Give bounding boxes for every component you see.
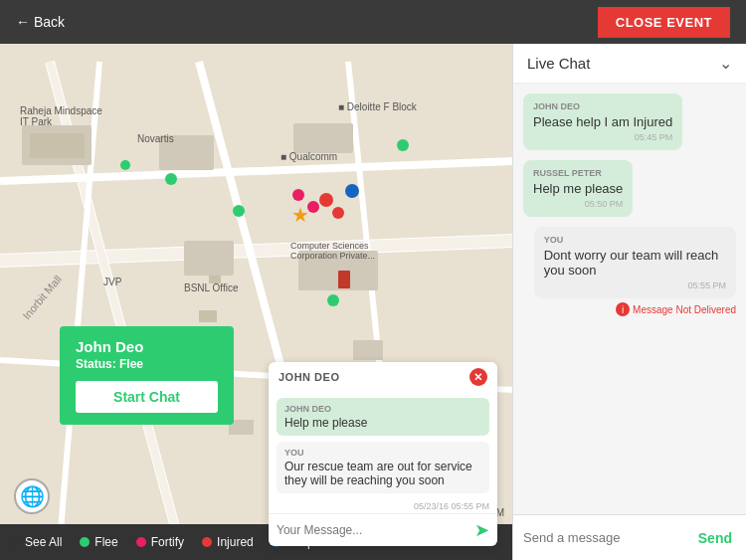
dot-pink-1 [292, 189, 304, 201]
dot-green-2 [165, 173, 177, 185]
popup-name: John Deo [76, 338, 218, 355]
not-delivered-label: i Message Not Delivered [523, 302, 736, 316]
dot-green-1 [397, 139, 409, 151]
legend-dot-flee [80, 537, 90, 547]
mini-send-icon[interactable]: ➤ [474, 519, 489, 541]
back-arrow-icon: ← [16, 14, 30, 30]
send-button[interactable]: Send [694, 530, 736, 546]
chat-text-1: Please help I am Injured [533, 114, 672, 129]
legend-label-fortify: Fortify [151, 535, 184, 549]
right-panel: Live Chat ⌄ JOHN DEO Please help I am In… [512, 44, 746, 560]
legend-flee[interactable]: Flee [80, 535, 117, 549]
globe-icon[interactable]: 🌐 [14, 478, 50, 514]
mini-text-1: Help me please [284, 416, 481, 430]
svg-rect-13 [293, 123, 353, 153]
live-chat-title: Live Chat [527, 55, 590, 72]
dot-green-4 [327, 294, 339, 306]
legend-label-see-all: See All [25, 535, 62, 549]
legend-dot-injured [202, 537, 212, 547]
mini-chat-title: JOHN DEO [279, 371, 339, 383]
svg-rect-16 [184, 241, 234, 276]
chat-sender-2: RUSSEL PETER [533, 168, 623, 178]
chat-time-1: 05:45 PM [533, 132, 672, 142]
legend-label-injured: Injured [217, 535, 254, 549]
svg-rect-17 [209, 276, 221, 283]
start-chat-button[interactable]: Start Chat [76, 381, 218, 413]
mini-input-row: ➤ [269, 513, 497, 546]
close-event-button[interactable]: CLOSE EVENT [598, 7, 730, 38]
send-message-input[interactable] [523, 530, 694, 545]
chat-message-1: JOHN DEO Please help I am Injured 05:45 … [523, 93, 682, 150]
not-delivered-text: Message Not Delivered [633, 304, 736, 315]
svg-rect-11 [30, 133, 85, 158]
mini-message-time: 05/23/16 05:55 PM [269, 501, 497, 513]
live-chat-header: Live Chat ⌄ [513, 44, 746, 84]
chat-messages: JOHN DEO Please help I am Injured 05:45 … [513, 84, 746, 514]
chat-text-2: Help me please [533, 181, 623, 196]
svg-rect-12 [159, 135, 214, 170]
main-content: Inorbit Mall Raheja MindspaceIT Park Nov… [0, 44, 746, 560]
chat-time-2: 05:50 PM [533, 199, 623, 209]
mini-chat-messages: JOHN DEO Help me please YOU Our rescue t… [269, 392, 497, 501]
legend-label-flee: Flee [94, 535, 117, 549]
chat-message-3: YOU Dont worry our team will reach you s… [534, 227, 736, 298]
chat-message-2: RUSSEL PETER Help me please 05:50 PM [523, 160, 633, 217]
legend-injured[interactable]: Injured [202, 535, 254, 549]
popup-status: Status: Flee [76, 357, 218, 371]
dot-green-3 [233, 205, 245, 217]
dot-green-5 [120, 160, 130, 170]
send-bar: Send [513, 514, 746, 560]
svg-rect-20 [353, 340, 383, 360]
not-delivered-icon: i [616, 302, 630, 316]
svg-rect-18 [199, 310, 217, 322]
legend-dot-fortify [136, 537, 146, 547]
dot-red-2 [332, 207, 344, 219]
popup-card: John Deo Status: Flee Start Chat [60, 326, 234, 425]
chat-sender-3: YOU [544, 235, 726, 245]
mini-chat-header: JOHN DEO ✕ [269, 362, 497, 392]
mini-chat-popup: JOHN DEO ✕ JOHN DEO Help me please YOU O… [269, 362, 497, 546]
star-marker: ★ [291, 203, 309, 227]
mini-text-2: Our rescue team are out for service they… [284, 460, 481, 487]
mini-message-outgoing: YOU Our rescue team are out for service … [277, 442, 489, 493]
legend-see-all[interactable]: See All [10, 535, 62, 549]
chat-sender-1: JOHN DEO [533, 101, 672, 111]
back-button[interactable]: ← Back [16, 14, 65, 30]
mini-message-incoming: JOHN DEO Help me please [277, 398, 489, 436]
mini-sender-2: YOU [284, 448, 481, 458]
header: ← Back CLOSE EVENT [0, 0, 746, 44]
mini-sender-1: JOHN DEO [284, 404, 481, 414]
legend-fortify[interactable]: Fortify [136, 535, 184, 549]
dot-red-1 [319, 193, 333, 207]
mini-chat-close-button[interactable]: ✕ [469, 368, 487, 386]
mini-message-input[interactable] [277, 523, 474, 537]
legend-dot-see-all [10, 537, 20, 547]
map-area[interactable]: Inorbit Mall Raheja MindspaceIT Park Nov… [0, 44, 512, 560]
svg-rect-15 [338, 271, 350, 288]
live-chat-chevron-icon[interactable]: ⌄ [719, 54, 732, 73]
chat-time-3: 05:55 PM [544, 280, 726, 290]
back-label: Back [34, 14, 65, 30]
dot-blue-1 [345, 184, 359, 198]
chat-text-3: Dont worry our team will reach you soon [544, 248, 726, 278]
